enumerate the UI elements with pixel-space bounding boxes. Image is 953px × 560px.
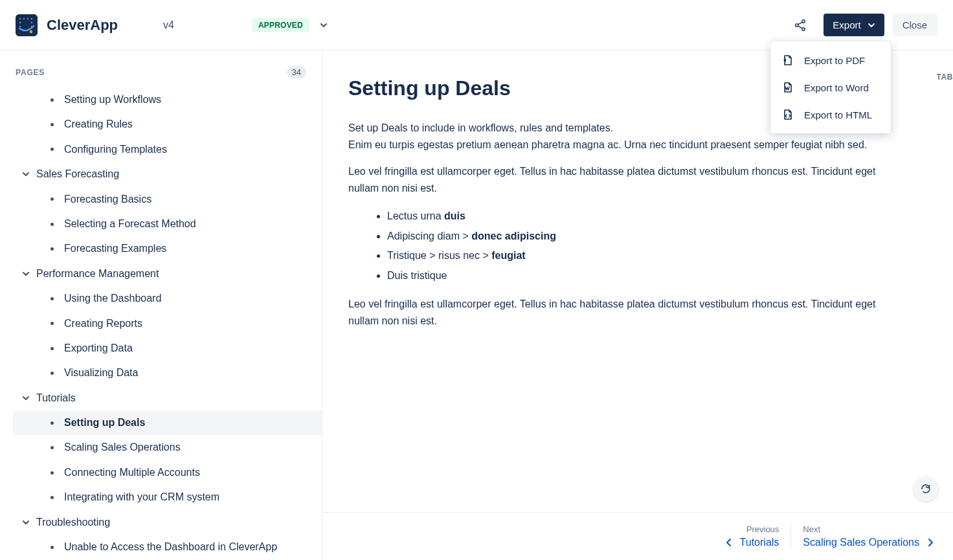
export-menu: Export to PDF Export to Word Export to H…: [770, 41, 891, 133]
sidebar-item[interactable]: Connecting Multiple Accounts: [13, 460, 322, 485]
svg-point-9: [30, 30, 32, 32]
bullet-icon: [50, 471, 54, 475]
bullet-icon: [50, 297, 54, 300]
sidebar-item-label: Configuring Templates: [64, 142, 167, 157]
sidebar-section[interactable]: Troubleshooting: [13, 510, 322, 535]
pager-prev-label: Previous: [724, 524, 779, 534]
app-title: CleverApp: [47, 17, 118, 34]
sidebar-item[interactable]: Integrating with your CRM system: [13, 485, 322, 510]
sidebar-item-label: Creating Rules: [64, 117, 133, 131]
sidebar-item-label: Creating Reports: [64, 317, 142, 331]
version-label[interactable]: v4: [163, 19, 174, 31]
svg-point-11: [796, 23, 798, 26]
sidebar-item-label: Setting up Deals: [64, 416, 145, 430]
sidebar-item-label: Performance Management: [36, 267, 159, 281]
bullet-icon: [50, 197, 54, 201]
export-html-item[interactable]: Export to HTML: [770, 101, 891, 128]
toc-hint: TAB: [936, 73, 953, 82]
share-icon: [794, 19, 807, 32]
sidebar-section[interactable]: Performance Management: [13, 262, 322, 286]
sidebar-item-label: Scaling Sales Operations: [64, 440, 181, 454]
refresh-button[interactable]: [913, 476, 939, 502]
pager: Previous Tutorials Next Scaling Sales Op…: [322, 512, 953, 560]
chevron-down-icon: [22, 270, 30, 278]
sidebar-section[interactable]: Tutorials: [13, 386, 322, 410]
sidebar-item[interactable]: Setting up Workflows: [13, 87, 322, 112]
share-button[interactable]: [789, 14, 812, 37]
sidebar-item-label: Visualizing Data: [64, 366, 138, 380]
svg-point-5: [19, 21, 21, 23]
sidebar-item-label: Forecasting Examples: [64, 241, 166, 256]
sidebar-item[interactable]: Creating Reports: [13, 311, 322, 336]
sidebar-item-label: Forecasting Basics: [64, 192, 151, 207]
sidebar-item[interactable]: Setting up Deals: [13, 410, 322, 435]
svg-point-3: [27, 17, 28, 19]
sidebar-item-label: Integrating with your CRM system: [64, 490, 219, 504]
svg-line-13: [798, 22, 802, 25]
pager-next-link[interactable]: Scaling Sales Operations: [803, 537, 935, 548]
sidebar-item-label: Tutorials: [36, 391, 76, 405]
svg-point-12: [802, 27, 805, 30]
status-dropdown-toggle[interactable]: [319, 20, 329, 30]
sidebar-item-label: Unable to Access the Dashboard in Clever…: [64, 540, 277, 554]
export-button[interactable]: Export: [824, 14, 884, 36]
bullet-icon: [50, 496, 54, 499]
export-html-icon: [782, 109, 794, 120]
bullet-icon: [50, 372, 54, 375]
content-paragraph: Leo vel fringilla est ullamcorper eget. …: [348, 296, 908, 329]
chevron-down-icon: [319, 20, 329, 30]
sidebar-item[interactable]: Scaling Sales Operations: [13, 435, 322, 460]
refresh-icon: [920, 483, 932, 495]
sidebar: PAGES 34 Setting up WorkflowsCreating Ru…: [0, 50, 322, 560]
svg-point-1: [19, 17, 21, 19]
sidebar-item-label: Using the Dashboard: [64, 291, 161, 306]
sidebar-item-label: Connecting Multiple Accounts: [64, 465, 200, 480]
sidebar-item[interactable]: Forecasting Examples: [13, 236, 322, 261]
sidebar-title: PAGES: [16, 68, 45, 77]
sidebar-item[interactable]: Unable to Access the Dashboard in Clever…: [13, 535, 322, 559]
bullet-icon: [50, 421, 54, 425]
export-pdf-label: Export to PDF: [804, 55, 865, 66]
svg-point-10: [802, 19, 805, 22]
export-word-item[interactable]: Export to Word: [770, 74, 891, 101]
bullet-icon: [50, 546, 54, 549]
export-pdf-item[interactable]: Export to PDF: [770, 47, 891, 74]
content-list-item: Tristique > risus nec > feugiat: [387, 246, 908, 265]
content-list-item: Adipiscing diam > donec adipiscing: [387, 227, 908, 246]
content-list-item: Lectus urna duis: [387, 207, 908, 226]
chevron-down-icon: [22, 519, 30, 526]
bullet-icon: [50, 223, 54, 226]
sidebar-item[interactable]: Using the Dashboard: [13, 286, 322, 311]
bullet-icon: [50, 247, 54, 251]
app-logo: [16, 14, 38, 36]
sidebar-item[interactable]: Exporting Data: [13, 336, 322, 361]
svg-point-7: [19, 25, 21, 27]
sidebar-section[interactable]: Sales Forecasting: [13, 162, 322, 186]
header: CleverApp v4 APPROVED Export Close Expor…: [0, 0, 953, 50]
chevron-right-icon: [926, 538, 935, 547]
svg-point-4: [31, 17, 32, 19]
sidebar-item-label: Exporting Data: [64, 341, 133, 355]
bullet-icon: [50, 98, 54, 102]
sidebar-item[interactable]: Visualizing Data: [13, 361, 322, 385]
export-word-icon: [782, 82, 794, 93]
sidebar-item-label: Selecting a Forecast Method: [64, 217, 196, 231]
content-paragraph: Leo vel fringilla est ullamcorper eget. …: [348, 163, 908, 196]
sidebar-item[interactable]: Selecting a Forecast Method: [13, 212, 322, 236]
chevron-left-icon: [724, 538, 734, 547]
sidebar-item[interactable]: Creating Rules: [13, 112, 322, 137]
sidebar-count: 34: [287, 66, 306, 78]
svg-rect-0: [16, 14, 38, 36]
sidebar-item[interactable]: Configuring Templates: [13, 137, 322, 162]
sidebar-item-label: Setting up Workflows: [64, 93, 161, 107]
export-html-label: Export to HTML: [804, 109, 872, 120]
chevron-down-icon: [22, 170, 30, 178]
sidebar-item[interactable]: Forecasting Basics: [13, 187, 322, 212]
bullet-icon: [50, 148, 54, 151]
pager-next-label: Next: [803, 524, 935, 534]
svg-point-6: [31, 21, 32, 23]
chevron-down-icon: [868, 21, 875, 29]
pager-prev-link[interactable]: Tutorials: [724, 537, 779, 548]
status-badge: APPROVED: [252, 18, 309, 32]
close-button[interactable]: Close: [892, 14, 937, 36]
